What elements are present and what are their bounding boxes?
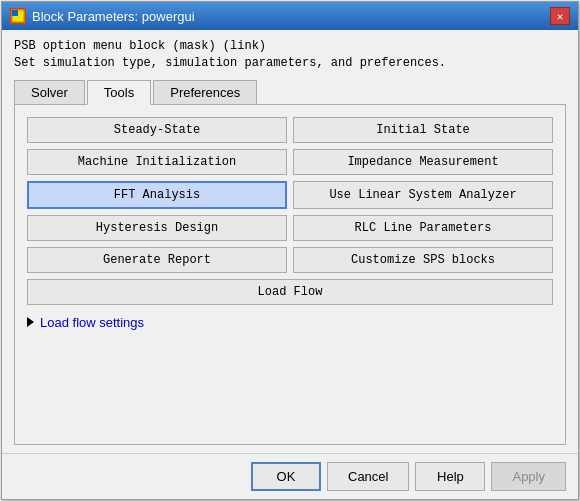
content-area: PSB option menu block (mask) (link) Set …: [2, 30, 578, 453]
description-line2: Set simulation type, simulation paramete…: [14, 55, 566, 72]
window-icon: [10, 8, 26, 24]
help-button[interactable]: Help: [415, 462, 485, 491]
steady-state-button[interactable]: Steady-State: [27, 117, 287, 143]
linear-system-button[interactable]: Use Linear System Analyzer: [293, 181, 553, 209]
load-flow-settings-link[interactable]: Load flow settings: [27, 311, 553, 334]
cancel-button[interactable]: Cancel: [327, 462, 409, 491]
tools-grid-row5: Generate Report Customize SPS blocks: [27, 247, 553, 273]
svg-rect-1: [12, 10, 18, 16]
tools-grid-row2: Machine Initialization Impedance Measure…: [27, 149, 553, 175]
hysteresis-button[interactable]: Hysteresis Design: [27, 215, 287, 241]
rlc-line-button[interactable]: RLC Line Parameters: [293, 215, 553, 241]
impedance-button[interactable]: Impedance Measurement: [293, 149, 553, 175]
ok-button[interactable]: OK: [251, 462, 321, 491]
close-button[interactable]: ✕: [550, 7, 570, 25]
window-title: Block Parameters: powergui: [32, 9, 195, 24]
tab-preferences[interactable]: Preferences: [153, 80, 257, 104]
tools-grid-row3: FFT Analysis Use Linear System Analyzer: [27, 181, 553, 209]
tab-solver[interactable]: Solver: [14, 80, 85, 104]
load-flow-settings-label: Load flow settings: [40, 315, 144, 330]
customize-sps-button[interactable]: Customize SPS blocks: [293, 247, 553, 273]
machine-init-button[interactable]: Machine Initialization: [27, 149, 287, 175]
main-window: Block Parameters: powergui ✕ PSB option …: [1, 1, 579, 500]
tabs-bar: Solver Tools Preferences: [14, 80, 566, 105]
fft-analysis-button[interactable]: FFT Analysis: [27, 181, 287, 209]
tools-grid-row4: Hysteresis Design RLC Line Parameters: [27, 215, 553, 241]
generate-report-button[interactable]: Generate Report: [27, 247, 287, 273]
title-bar: Block Parameters: powergui ✕: [2, 2, 578, 30]
description-line1: PSB option menu block (mask) (link): [14, 38, 566, 55]
apply-button[interactable]: Apply: [491, 462, 566, 491]
initial-state-button[interactable]: Initial State: [293, 117, 553, 143]
bottom-bar: OK Cancel Help Apply: [2, 453, 578, 499]
load-flow-button[interactable]: Load Flow: [27, 279, 553, 305]
triangle-icon: [27, 317, 34, 327]
description-block: PSB option menu block (mask) (link) Set …: [14, 38, 566, 72]
tab-tools[interactable]: Tools: [87, 80, 151, 105]
tab-content-tools: Steady-State Initial State Machine Initi…: [14, 105, 566, 445]
tools-grid-row1: Steady-State Initial State: [27, 117, 553, 143]
